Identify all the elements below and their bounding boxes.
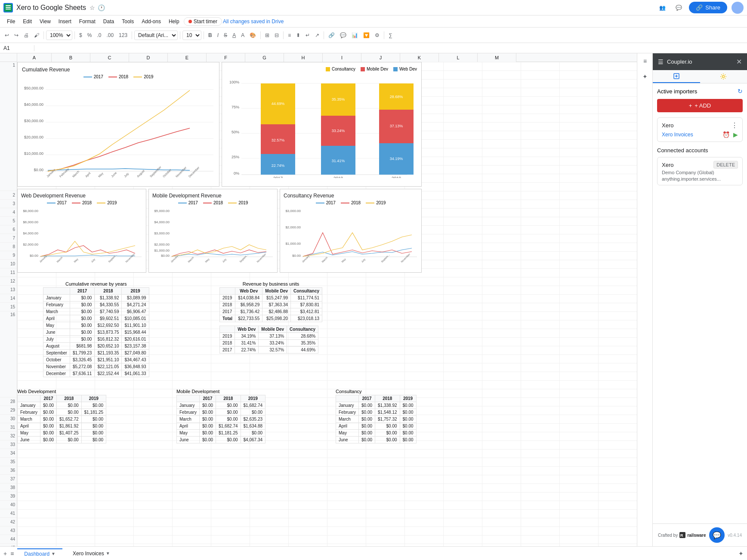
- menu-data[interactable]: Data: [100, 17, 117, 26]
- importer-item-header: Xero ⋮: [662, 121, 738, 129]
- fill-color-button[interactable]: 🎨: [247, 31, 258, 40]
- decimal-less-button[interactable]: .0: [95, 31, 103, 40]
- col-i: I: [323, 53, 361, 62]
- borders-button[interactable]: ⊞: [263, 31, 272, 40]
- active-importers-title: Active importers: [657, 88, 697, 95]
- sidebar-toggle-icon[interactable]: ≡: [637, 53, 652, 69]
- chart-button[interactable]: 📊: [349, 31, 360, 40]
- sheet-content[interactable]: A B C D E F G H I J K L M 1 2 3: [0, 53, 637, 546]
- explore-icon[interactable]: ✦: [637, 69, 652, 84]
- menu-tools[interactable]: Tools: [118, 17, 137, 26]
- formula-bar: A1: [0, 43, 747, 53]
- sidebar-close-button[interactable]: ✕: [736, 58, 742, 66]
- italic-button[interactable]: I: [215, 31, 221, 40]
- menu-edit[interactable]: Edit: [19, 17, 35, 26]
- menu-view[interactable]: View: [36, 17, 54, 26]
- add-sheet-button[interactable]: +: [3, 550, 7, 557]
- sheets-list-button[interactable]: ≡: [10, 550, 14, 557]
- add-icon: +: [689, 102, 692, 109]
- svg-text:April: April: [85, 172, 92, 178]
- underline-button[interactable]: A: [230, 31, 238, 40]
- sep4: [180, 31, 180, 39]
- svg-text:Septem...: Septem...: [108, 253, 117, 263]
- svg-text:2017: 2017: [273, 176, 283, 178]
- play-icon[interactable]: ▶: [733, 131, 738, 138]
- svg-text:$0.00: $0.00: [161, 254, 170, 258]
- refresh-icon[interactable]: ↻: [738, 88, 743, 95]
- chat-fab-button[interactable]: 💬: [709, 527, 725, 543]
- add-importer-button[interactable]: + + ADD: [657, 99, 743, 112]
- importer-link[interactable]: Xero Invoices: [662, 132, 693, 138]
- account-header: Xero DELETE: [662, 161, 738, 169]
- paint-format-button[interactable]: 🖌: [32, 31, 41, 40]
- history-icon[interactable]: 🕐: [98, 4, 105, 11]
- strikethrough-button[interactable]: S: [222, 31, 229, 40]
- function-button[interactable]: ∑: [386, 31, 395, 40]
- col-c: C: [90, 53, 129, 62]
- redo-button[interactable]: ↪: [12, 31, 21, 40]
- svg-text:November: November: [400, 253, 411, 263]
- link-button[interactable]: 🔗: [326, 31, 337, 40]
- sidebar-tab-active[interactable]: [653, 70, 700, 83]
- svg-text:31.41%: 31.41%: [332, 159, 345, 163]
- table-row: May$0.00$1,181.25$0.00: [177, 430, 265, 437]
- textwrap-button[interactable]: ↵: [303, 31, 312, 40]
- xero-tab-arrow[interactable]: ▼: [106, 551, 110, 556]
- col-d: D: [129, 53, 168, 62]
- revenue-by-units-title: Revenue by business units: [219, 281, 322, 286]
- decimal-more-button[interactable]: .00: [104, 31, 116, 40]
- sheet-tab-xero-invoices[interactable]: Xero Invoices ▼: [66, 549, 117, 558]
- menu-file[interactable]: File: [3, 17, 19, 26]
- percent-button[interactable]: %: [85, 31, 94, 40]
- schedule-icon[interactable]: ⏰: [722, 131, 730, 138]
- start-timer-button[interactable]: Start timer: [184, 17, 222, 26]
- web-dev-svg: $8,000.00 $6,000.00 $4,000.00 $2,000.00 …: [21, 207, 144, 267]
- col-m: M: [478, 53, 516, 62]
- rotate-button[interactable]: ↗: [313, 31, 321, 40]
- sidebar-tab-settings[interactable]: [700, 70, 747, 83]
- comment-button[interactable]: 💬: [338, 31, 349, 40]
- star-icon[interactable]: ☆: [90, 4, 95, 11]
- revenue-by-units-pct-table: Web Dev Mobile Dev Consultancy 201934.19…: [219, 326, 318, 354]
- font-family-select[interactable]: Default (Ari...: [134, 31, 178, 40]
- delete-account-button[interactable]: DELETE: [713, 161, 738, 169]
- table-row: May$0.00$0.00$0.00: [336, 430, 417, 437]
- menu-insert[interactable]: Insert: [55, 17, 75, 26]
- table-row: June$0.00$0.00$4,067.34: [177, 437, 265, 443]
- sidebar-header: ☰ Coupler.io ✕: [653, 53, 747, 70]
- font-size-select[interactable]: 10: [182, 31, 201, 40]
- svg-text:32.57%: 32.57%: [272, 138, 285, 142]
- menu-format[interactable]: Format: [76, 17, 99, 26]
- valign-button[interactable]: ⬍: [294, 31, 303, 40]
- undo-button[interactable]: ↩: [3, 31, 11, 40]
- explore-bottom-icon[interactable]: ✦: [738, 550, 744, 557]
- sidebar-menu-icon[interactable]: ☰: [658, 58, 664, 65]
- importer-more-button[interactable]: ⋮: [731, 121, 738, 129]
- currency-button[interactable]: $: [77, 31, 84, 40]
- zoom-select[interactable]: 100%: [46, 31, 72, 40]
- align-button[interactable]: ≡: [286, 31, 293, 40]
- mobile-dev-table-title: Mobile Development: [176, 389, 265, 394]
- dashboard-tab-arrow[interactable]: ▼: [51, 551, 56, 556]
- number-format-button[interactable]: 123: [117, 31, 130, 40]
- chat-icon[interactable]: 💬: [673, 2, 685, 14]
- svg-rect-3: [6, 9, 11, 9]
- filter2-button[interactable]: ⚙: [373, 31, 382, 40]
- text-color-button[interactable]: A: [239, 31, 247, 40]
- people-icon[interactable]: 👥: [656, 2, 668, 14]
- merge-button[interactable]: ⊟: [272, 31, 281, 40]
- menu-addons[interactable]: Add-ons: [138, 17, 164, 26]
- menu-help[interactable]: Help: [165, 17, 183, 26]
- sheet-tab-dashboard[interactable]: Dashboard ▼: [17, 548, 62, 559]
- avatar[interactable]: [732, 2, 744, 14]
- bold-button[interactable]: B: [206, 31, 214, 40]
- share-button[interactable]: 🔗 Share: [689, 2, 727, 13]
- changes-saved[interactable]: All changes saved in Drive: [223, 18, 284, 25]
- filter-button[interactable]: 🔽: [361, 31, 372, 40]
- cell-reference[interactable]: A1: [0, 45, 34, 51]
- crafted-label: Crafted by: [658, 533, 678, 538]
- table-row: January$0.00$1,338.92$3,089.99: [43, 295, 149, 302]
- svg-text:28.68%: 28.68%: [390, 95, 403, 99]
- cumulative-revenue-svg: $50,000.00 $40,000.00 $30,000.00 $20,000…: [22, 81, 216, 180]
- print-button[interactable]: 🖨: [22, 31, 31, 40]
